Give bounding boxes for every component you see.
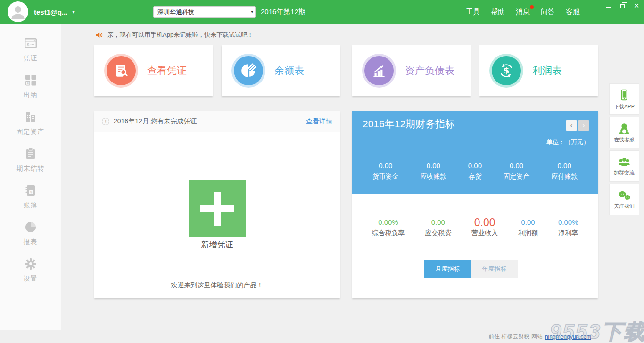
restore-button[interactable]: [619, 2, 626, 9]
window-controls: ×: [604, 2, 640, 9]
prev-period-button[interactable]: ‹: [566, 120, 577, 131]
card-view-voucher[interactable]: 查看凭证: [94, 45, 213, 96]
period-label: 2016年第12期: [261, 0, 305, 24]
dock-item-label: 在线客服: [614, 136, 635, 143]
menu-support[interactable]: 客服: [566, 8, 580, 16]
close-icon: ×: [634, 2, 639, 9]
metric-value: 0.00: [420, 160, 446, 172]
indicators-pager: ‹ ›: [566, 120, 589, 131]
menu-messages-label: 消息: [516, 8, 530, 16]
card-assets-liabilities[interactable]: 资产负债表: [352, 45, 471, 96]
notification-dot: [530, 5, 534, 9]
metric-value: 0.00%: [372, 217, 405, 228]
menu-qa[interactable]: 问答: [541, 8, 555, 16]
view-detail-link[interactable]: 查看详情: [306, 117, 332, 126]
sidebar-item-label: 账簿: [24, 201, 38, 210]
metric-cash: 0.00 货币资金: [372, 160, 399, 181]
metric-label: 应交税费: [425, 229, 451, 237]
card-label: 资产负债表: [405, 64, 454, 77]
company-select[interactable]: 深圳华通科技 ▾: [153, 6, 256, 18]
card-label: 余额表: [274, 64, 304, 77]
sidebar-item-settings[interactable]: 设置: [0, 252, 61, 288]
indicators-title: 2016年12期财务指标: [363, 117, 455, 131]
app-window: test1@q... ▾ 深圳华通科技 ▾ 2016年第12期 工具 帮助 消息…: [0, 0, 644, 343]
sidebar-item-period-closing[interactable]: 期末结转: [0, 141, 61, 178]
metric-value: 0.00: [372, 160, 399, 172]
dock-join-group[interactable]: 加群交流: [609, 150, 639, 182]
metric-value: 0.00: [518, 217, 538, 228]
next-period-button[interactable]: ›: [578, 120, 589, 131]
menu-help[interactable]: 帮助: [491, 8, 505, 16]
dock-follow-us[interactable]: 关注我们: [609, 184, 639, 215]
card-balance-sheet[interactable]: 余额表: [222, 45, 340, 96]
left-sidebar: $ 凭证 ¥ 出纳: [0, 24, 61, 330]
unfinished-voucher-text: 2016年12月 您有未完成凭证: [114, 117, 197, 126]
sidebar-item-label: 凭证: [24, 54, 38, 63]
sidebar-item-cashier[interactable]: ¥ 出纳: [0, 68, 61, 105]
footer-site-link[interactable]: ningmengyun.com: [545, 334, 591, 340]
group-chat-icon: [618, 156, 631, 168]
welcome-text: 欢迎来到这里体验我们的产品！: [94, 281, 340, 290]
download-app-icon: [618, 89, 631, 102]
metric-label: 综合税负率: [372, 229, 405, 237]
add-voucher-label: 新增凭证: [94, 239, 340, 250]
metric-label: 存货: [468, 172, 482, 181]
financial-indicators-panel: 2016年12期财务指标 ‹ › 单位：（万元） 0.00 货币资金 0.00 …: [352, 111, 598, 298]
fixed-assets-icon: [24, 110, 38, 124]
sidebar-item-fixed-assets[interactable]: 固定资产: [0, 105, 61, 141]
cashier-icon: ¥: [24, 73, 38, 87]
speaker-icon: [95, 31, 103, 39]
tab-yearly-indicators[interactable]: 年度指标: [471, 260, 518, 278]
ledger-icon: $: [24, 183, 38, 197]
period-closing-icon: [24, 147, 38, 161]
menu-tools[interactable]: 工具: [466, 8, 480, 16]
user-icon: [8, 1, 28, 22]
indicators-blue-section: 2016年12期财务指标 ‹ › 单位：（万元） 0.00 货币资金 0.00 …: [352, 111, 598, 194]
menu-messages[interactable]: 消息: [516, 8, 530, 16]
reports-icon: [24, 220, 38, 234]
tab-monthly-indicators[interactable]: 月度指标: [424, 260, 471, 278]
sidebar-item-voucher[interactable]: $ 凭证: [0, 31, 61, 68]
sidebar-item-reports[interactable]: 报表: [0, 215, 61, 252]
minimize-button[interactable]: [604, 2, 612, 9]
sidebar-item-label: 期末结转: [17, 164, 45, 173]
metric-value: 0.00%: [558, 217, 578, 228]
dock-online-service[interactable]: 在线客服: [609, 117, 639, 148]
user-menu[interactable]: test1@q... ▾: [34, 0, 75, 24]
profit-statement-icon: $: [492, 56, 521, 85]
unit-label: 单位：（万元）: [546, 138, 589, 147]
sidebar-item-label: 报表: [24, 238, 38, 246]
metric-label: 应收账款: [420, 172, 446, 181]
top-menu: 工具 帮助 消息 问答 客服: [466, 0, 580, 24]
notice-text: 亲，现在可以用手机App来记账啦，快来下载试试吧！: [107, 31, 253, 39]
metric-fixed-assets: 0.00 固定资产: [504, 160, 530, 181]
close-button[interactable]: ×: [633, 2, 640, 9]
footer-text: 前往 柠檬云财税 网站: [488, 333, 543, 341]
username-label: test1@q...: [34, 8, 67, 16]
profit-metrics-row: 0.00% 综合税负率 0.00 应交税费 0.00 营业收入 0.00 利润额…: [362, 217, 588, 237]
wechat-follow-icon: [618, 189, 631, 201]
add-voucher-button[interactable]: [189, 180, 246, 237]
avatar[interactable]: [8, 1, 28, 22]
info-icon: !: [102, 118, 109, 125]
sidebar-item-label: 设置: [24, 275, 38, 283]
sidebar-item-ledger[interactable]: $ 账簿: [0, 178, 61, 215]
indicators-tabs: 月度指标 年度指标: [424, 260, 518, 278]
right-dock: 下载APP 在线客服 加群交流: [609, 83, 639, 217]
metric-tax-payable: 0.00 应交税费: [425, 217, 451, 237]
metric-receivables: 0.00 应收账款: [420, 160, 446, 181]
company-selected-label: 深圳华通科技: [157, 8, 248, 16]
balance-sheet-icon: [234, 56, 263, 85]
restore-icon: [620, 4, 625, 8]
metric-value: 0.00: [471, 217, 498, 228]
voucher-panel-header: ! 2016年12月 您有未完成凭证 查看详情: [94, 111, 340, 132]
topbar: test1@q... ▾ 深圳华通科技 ▾ 2016年第12期 工具 帮助 消息…: [0, 0, 644, 24]
plus-icon: [200, 205, 234, 212]
footer: 前往 柠檬云财税 网站 ningmengyun.com: [0, 330, 644, 343]
svg-text:$: $: [504, 65, 510, 75]
card-profit-statement[interactable]: $ 利润表: [479, 45, 598, 96]
dock-download-app[interactable]: 下载APP: [609, 83, 639, 115]
metric-inventory: 0.00 存货: [468, 160, 482, 181]
metric-payables: 0.00 应付账款: [551, 160, 578, 181]
view-voucher-icon: [107, 56, 136, 85]
